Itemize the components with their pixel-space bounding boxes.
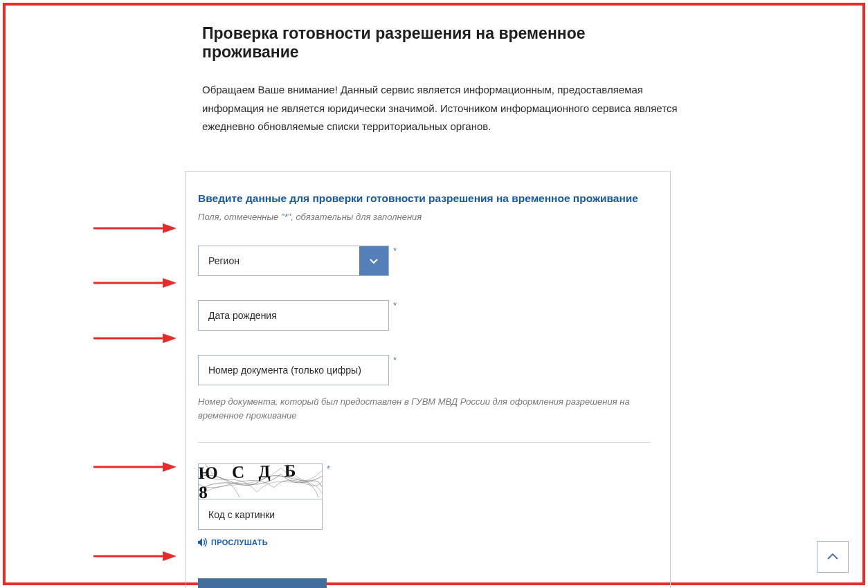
listen-label: ПРОСЛУШАТЬ	[211, 538, 268, 546]
svg-marker-9	[163, 551, 177, 561]
required-star: *	[393, 355, 397, 365]
audio-icon	[198, 538, 208, 546]
region-select[interactable]: Регион	[198, 246, 389, 276]
region-select-label: Регион	[208, 255, 239, 266]
chevron-up-icon	[825, 549, 840, 564]
scroll-to-top-button[interactable]	[817, 541, 849, 573]
required-note-text: ", обязательны для заполнения	[288, 212, 422, 222]
field-region: Регион *	[198, 246, 651, 276]
required-note: Поля, отмеченные "*", обязательны для за…	[198, 212, 651, 222]
required-note-text: Поля, отмеченные "	[198, 212, 284, 222]
submit-button[interactable]: ОТПРАВИТЬ ЗАПРОС	[198, 578, 327, 588]
svg-marker-1	[163, 223, 177, 233]
dob-input[interactable]	[198, 300, 389, 331]
form-panel: Введите данные для проверки готовности р…	[185, 171, 671, 588]
svg-marker-3	[163, 278, 177, 288]
captcha-block: Ю С Д Б 8 *	[198, 463, 651, 530]
annotation-arrow	[93, 331, 177, 346]
listen-captcha[interactable]: ПРОСЛУШАТЬ	[198, 538, 651, 546]
required-star: *	[393, 300, 397, 311]
docnum-hint: Номер документа, который был предоставле…	[198, 395, 641, 423]
page-title: Проверка готовности разрешения на времен…	[202, 24, 680, 62]
form-heading: Введите данные для проверки готовности р…	[198, 192, 651, 205]
svg-marker-5	[163, 333, 177, 343]
annotation-arrow	[93, 459, 177, 475]
divider	[198, 442, 651, 443]
required-star: *	[327, 463, 330, 474]
required-star: *	[393, 246, 397, 256]
field-dob: *	[198, 300, 651, 331]
chevron-down-icon	[368, 255, 379, 266]
field-docnum: *	[198, 355, 651, 385]
page-description: Обращаем Ваше внимание! Данный сервис яв…	[202, 81, 680, 136]
captcha-image: Ю С Д Б 8	[198, 463, 323, 499]
annotation-arrow	[93, 275, 177, 291]
captcha-text: Ю С Д Б 8	[198, 463, 322, 499]
svg-marker-7	[163, 462, 177, 472]
captcha-input[interactable]	[198, 499, 323, 530]
annotation-arrow	[93, 221, 177, 236]
annotation-arrow	[93, 549, 177, 564]
docnum-input[interactable]	[198, 355, 389, 385]
dropdown-toggle[interactable]	[359, 246, 388, 275]
